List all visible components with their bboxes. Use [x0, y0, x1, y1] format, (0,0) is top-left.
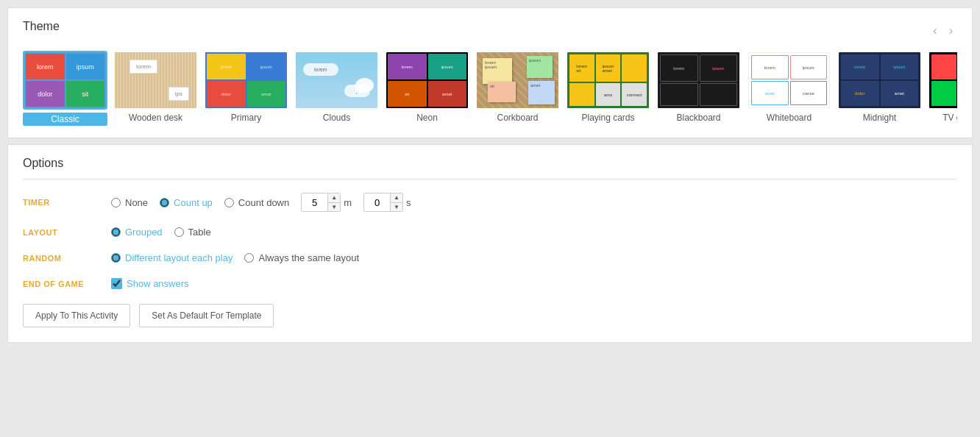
end-of-game-controls: Show answers — [111, 278, 189, 289]
layout-grouped-option[interactable]: Grouped — [111, 227, 163, 238]
end-of-game-row: END OF GAME Show answers — [23, 278, 957, 289]
theme-prev-button[interactable]: ‹ — [928, 23, 941, 39]
timer-none-label: None — [125, 197, 148, 208]
timer-none-radio[interactable] — [111, 198, 121, 207]
timer-count-down-radio[interactable] — [224, 198, 234, 207]
theme-tv-game-show[interactable]: TV game sh... — [928, 51, 957, 126]
layout-table-radio[interactable] — [174, 227, 184, 237]
theme-corkboard-label: Corkboard — [497, 113, 538, 123]
random-controls: Different layout each play Always the sa… — [111, 252, 359, 263]
theme-wooden-desk-label: Wooden desk — [129, 113, 182, 123]
theme-primary[interactable]: lorem ipsum dolor amet Primary — [204, 51, 288, 126]
layout-grouped-radio[interactable] — [111, 227, 121, 237]
theme-blackboard[interactable]: lorem ipsum Blackboard — [656, 51, 741, 126]
theme-corkboard[interactable]: loremipsum ipsum sit amet Corkboard — [475, 51, 560, 126]
theme-whiteboard[interactable]: lorem ipsum amet canse Whiteboard — [747, 51, 831, 126]
timer-count-up-label: Count up — [174, 197, 213, 208]
random-different-label: Different layout each play — [125, 252, 232, 263]
timer-none-option[interactable]: None — [111, 197, 148, 208]
timer-label: TIMER — [23, 198, 111, 207]
theme-neon-label: Neon — [416, 113, 438, 123]
theme-clouds[interactable]: lorem ip Clouds — [294, 51, 379, 126]
layout-label: LAYOUT — [23, 228, 111, 237]
theme-next-button[interactable]: › — [945, 23, 957, 39]
random-row: RANDOM Different layout each play Always… — [23, 252, 957, 263]
theme-wooden-desk[interactable]: lorem ips Wooden desk — [113, 51, 198, 126]
end-of-game-label: END OF GAME — [23, 280, 111, 288]
theme-playing-cards-label: Playing cards — [581, 113, 634, 123]
timer-minutes-input[interactable] — [302, 193, 328, 211]
timer-minutes-spinner[interactable]: ▲ ▼ — [301, 193, 341, 212]
timer-minutes-down-btn[interactable]: ▼ — [328, 203, 340, 212]
timer-count-up-option[interactable]: Count up — [160, 197, 213, 208]
timer-minutes-up-btn[interactable]: ▲ — [328, 193, 340, 203]
timer-seconds-down-btn[interactable]: ▼ — [391, 203, 402, 212]
theme-playing-cards[interactable]: loremsit ipsumamet ams connect Playing c… — [566, 51, 650, 126]
random-same-radio[interactable] — [244, 253, 254, 263]
apply-button[interactable]: Apply To This Activity — [23, 304, 130, 327]
theme-classic[interactable]: lorem ipsum dolor sit Classic — [23, 51, 107, 126]
random-label: RANDOM — [23, 254, 111, 263]
theme-blackboard-label: Blackboard — [676, 113, 720, 123]
themes-row: lorem ipsum dolor sit Classic lorem ips … — [23, 51, 957, 126]
timer-seconds-input[interactable] — [364, 193, 391, 211]
theme-primary-label: Primary — [231, 113, 261, 123]
theme-title: Theme — [23, 20, 60, 33]
random-same-label: Always the same layout — [258, 252, 359, 263]
layout-grouped-label: Grouped — [125, 227, 163, 238]
layout-controls: Grouped Table — [111, 227, 211, 238]
timer-seconds-unit: s — [406, 197, 411, 208]
timer-row: TIMER None Count up Count down ▲ ▼ — [23, 193, 957, 212]
theme-midnight-label: Midnight — [863, 113, 896, 123]
options-title: Options — [23, 157, 957, 170]
timer-count-up-radio[interactable] — [160, 198, 169, 207]
show-answers-option[interactable]: Show answers — [111, 278, 189, 289]
timer-seconds-group: ▲ ▼ s — [363, 193, 411, 212]
timer-seconds-up-btn[interactable]: ▲ — [391, 193, 402, 203]
layout-table-label: Table — [188, 227, 211, 238]
show-answers-checkbox[interactable] — [111, 278, 122, 289]
theme-midnight[interactable]: lorem ipsum dolor amet Midnight — [837, 51, 922, 126]
layout-row: LAYOUT Grouped Table — [23, 227, 957, 238]
timer-controls: None Count up Count down ▲ ▼ m — [111, 193, 411, 212]
theme-tv-game-show-label: TV game sh... — [942, 113, 957, 123]
timer-seconds-spinner[interactable]: ▲ ▼ — [363, 193, 403, 212]
action-buttons: Apply To This Activity Set As Default Fo… — [23, 304, 957, 327]
timer-minutes-unit: m — [344, 197, 352, 208]
timer-count-down-label: Count down — [238, 197, 289, 208]
timer-count-down-option[interactable]: Count down — [224, 197, 289, 208]
theme-clouds-label: Clouds — [323, 113, 350, 123]
random-same-option[interactable]: Always the same layout — [244, 252, 359, 263]
theme-whiteboard-label: Whiteboard — [767, 113, 812, 123]
theme-neon[interactable]: lorem ipsum sit amet Neon — [385, 51, 469, 126]
theme-classic-label: Classic — [23, 113, 107, 126]
timer-minutes-group: ▲ ▼ m — [301, 193, 352, 212]
set-default-button[interactable]: Set As Default For Template — [139, 304, 274, 327]
random-different-option[interactable]: Different layout each play — [111, 252, 232, 263]
random-different-radio[interactable] — [111, 253, 121, 263]
layout-table-option[interactable]: Table — [174, 227, 211, 238]
show-answers-label: Show answers — [127, 278, 189, 289]
